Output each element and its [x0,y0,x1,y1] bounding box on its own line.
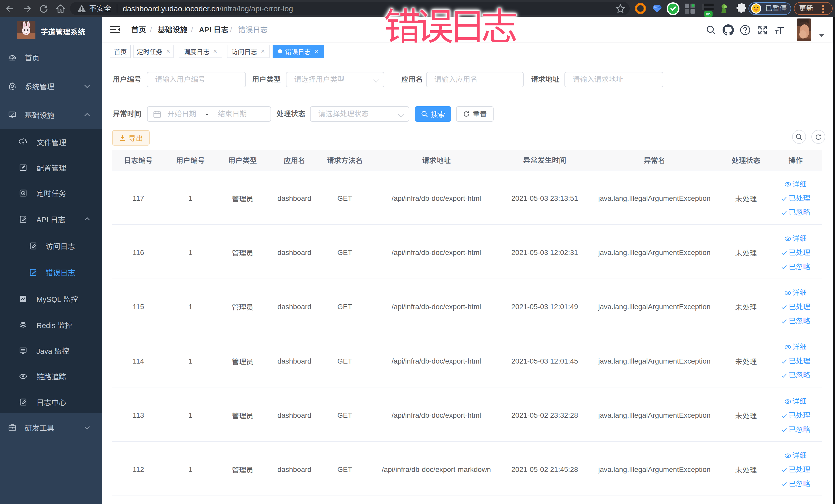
svg-text:on: on [706,12,711,16]
